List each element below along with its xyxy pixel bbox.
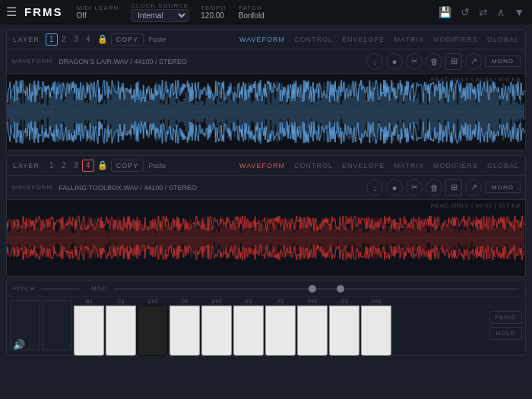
key-E3[interactable] [233,306,264,356]
layer2-waveform-row: WAVEFORM FALLING TOOLBOX.WAV / 44100 / S… [7,176,525,200]
layer1-cut-btn[interactable]: ✂ [406,53,423,70]
layer1-copy-btn[interactable]: COPY [111,33,144,46]
up-icon[interactable]: ∧ [496,5,506,20]
layer2-paste[interactable]: Paste [148,162,166,169]
key-F3[interactable] [265,306,296,356]
layer1-num1[interactable]: 1 [46,33,58,46]
layer2-tab-control[interactable]: CONTROL [294,162,333,169]
layer1-mono-btn[interactable]: MONO [485,55,521,67]
layer2-tab-envelope[interactable]: ENVELOPE [342,162,385,169]
key-empty2[interactable] [42,300,72,350]
hold-btn[interactable]: HOLD [489,327,522,340]
layer2-tab-modifiers[interactable]: MODIFIERS [433,162,478,169]
layer1-grid-btn[interactable]: ⊞ [445,53,462,70]
key-group-Cs3: C#3 [138,299,168,356]
layer2-num4[interactable]: 4 [82,160,94,172]
layer1-tab-modifiers[interactable]: MODIFIERS [433,36,478,43]
layer2-delete-btn[interactable]: 🗑 [426,179,442,196]
key-D3[interactable] [169,306,200,356]
mod-label: MOD [91,285,108,292]
layer1-num3[interactable]: 3 [70,33,82,46]
layer2-lock-icon[interactable]: 🔒 [97,160,108,170]
layer1-section: LAYER 1 2 3 4 🔒 COPY Paste WAVEFORM CONT… [6,29,526,150]
layer1-record-btn[interactable]: ● [386,53,403,70]
tempo-label: TEMPO [201,5,226,11]
undo-icon[interactable]: ↺ [459,5,471,20]
layer2-canvas [7,200,525,276]
layer1-download-btn[interactable]: ↓ [366,53,383,70]
layer2-tab-matrix[interactable]: MATRIX [394,162,424,169]
topbar-icons: 💾 ↺ ⇄ ∧ ▼ [437,5,526,20]
layer2-record-btn[interactable]: ● [386,179,403,196]
save-icon[interactable]: 💾 [437,5,453,20]
layer1-num2[interactable]: 2 [58,33,70,46]
layer1-label: LAYER [13,36,40,43]
key-C3[interactable] [106,306,136,356]
layer2-mono-btn[interactable]: MONO [485,182,521,193]
key-F3-label: F3 [277,299,283,304]
key-group-D3: D3 [169,299,200,356]
layer2-section: LAYER 1 2 3 4 🔒 COPY Paste WAVEFORM CONT… [6,155,526,277]
layer1-num4[interactable]: 4 [82,33,94,46]
layer1-header: LAYER 1 2 3 4 🔒 COPY Paste WAVEFORM CONT… [7,30,525,49]
key-group-G3: G3 [329,299,359,356]
key-B2[interactable] [74,306,104,356]
pitch-mod-bar: PITCH MOD [7,280,525,297]
key-group-B2: B2 [74,299,104,356]
key-group-E3: E3 [233,299,264,356]
shuffle-icon[interactable]: ⇄ [477,5,489,20]
layer1-tab-matrix[interactable]: MATRIX [394,36,424,43]
midi-label: MIDI LEARN [77,5,119,11]
layer2-num2[interactable]: 2 [58,160,70,172]
layer2-waveform-info: READ-ONLY | 00:02 | 317 KB [431,202,521,209]
mod-slider-dot1[interactable] [309,285,316,293]
key-Fs3-label: F#3 [308,299,317,304]
panic-btn[interactable]: PANIC [489,311,522,324]
layer2-tabs: WAVEFORM CONTROL ENVELOPE MATRIX MODIFIE… [239,162,519,169]
layer1-paste[interactable]: Paste [148,36,166,43]
layer1-lock-icon[interactable]: 🔒 [97,34,108,44]
layer2-waveform-display[interactable]: READ-ONLY | 00:02 | 317 KB [7,200,525,276]
layer1-waveform-display[interactable]: READ-ONLY | 00:04 | 676 KB [7,74,525,150]
key-group-Ds3: D#3 [201,299,232,356]
clock-select[interactable]: Internal [131,9,188,22]
key-Cs3[interactable] [138,306,168,356]
layer2-export-btn[interactable]: ↗ [465,179,482,196]
key-Cs3-label: C#3 [148,299,158,304]
key-Ds3-label: D#3 [212,299,222,304]
layer2-tab-global[interactable]: GLOBAL [487,162,519,169]
clock-source-section: CLOCK SOURCE Internal [131,2,188,22]
menu-icon[interactable]: ☰ [6,5,17,19]
layer1-export-btn[interactable]: ↗ [465,53,482,70]
layer1-filename: DRAGON'S LAIR.WAV / 44100 / STEREO [59,58,363,65]
key-G3[interactable] [329,306,359,356]
main-content: LAYER 1 2 3 4 🔒 COPY Paste WAVEFORM CONT… [0,29,532,356]
layer1-delete-btn[interactable]: 🗑 [426,53,442,70]
key-Gs3[interactable] [361,306,391,356]
key-Fs3[interactable] [297,306,328,356]
layer2-num3[interactable]: 3 [70,160,82,172]
layer2-cut-btn[interactable]: ✂ [406,179,423,196]
key-Ds3[interactable] [201,306,232,356]
mod-slider-track[interactable] [114,288,519,290]
midi-learn-section: MIDI LEARN Off [77,5,119,20]
layer2-label: LAYER [13,162,40,169]
layer1-tab-waveform[interactable]: WAVEFORM [239,36,285,43]
key-D3-label: D3 [182,299,188,304]
layer1-tab-global[interactable]: GLOBAL [487,36,519,43]
layer2-tab-waveform[interactable]: WAVEFORM [239,162,285,169]
piano-area: B2 C3 C#3 D3 D#3 E3 [7,297,525,355]
mod-slider-dot2[interactable] [337,285,344,293]
layer2-download-btn[interactable]: ↓ [366,179,383,196]
layer2-copy-btn[interactable]: COPY [111,160,144,172]
bottom-section: PITCH MOD B2 C [6,280,526,356]
layer2-grid-btn[interactable]: ⊞ [445,179,462,196]
speaker-icon[interactable]: 🔊 [13,339,25,350]
layer1-tab-envelope[interactable]: ENVELOPE [342,36,385,43]
key-group-empty2 [42,299,72,350]
down-icon[interactable]: ▼ [512,5,526,20]
topbar: ☰ FRMS MIDI LEARN Off CLOCK SOURCE Inter… [0,0,532,24]
layer2-num1[interactable]: 1 [46,160,58,172]
layer1-tab-control[interactable]: CONTROL [294,36,333,43]
midi-value: Off [77,11,119,20]
